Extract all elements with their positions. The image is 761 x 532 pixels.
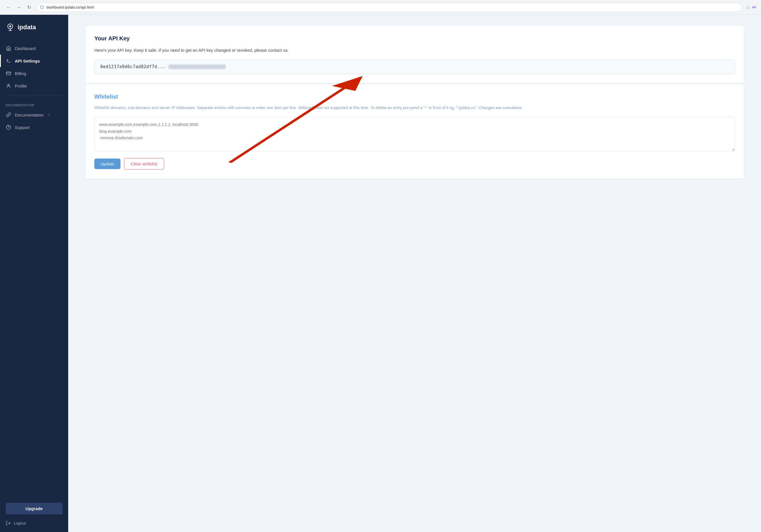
sidebar-item-api-settings[interactable]: API Settings: [0, 55, 68, 67]
clear-whitelist-button[interactable]: Clear whitelist: [124, 158, 164, 170]
browser-nav-buttons: ← → ↻: [5, 3, 33, 11]
bookmark-icon[interactable]: ☆: [745, 4, 750, 11]
url-text: dashboard.ipdata.co/api.html: [46, 5, 738, 9]
security-icon: [40, 5, 44, 9]
logout-label: Logout: [14, 521, 26, 525]
reload-button[interactable]: ↻: [25, 3, 33, 11]
logo-text: ipdata: [18, 24, 36, 31]
whitelist-card: Whitelist Whitelist domains, sub-domains…: [85, 85, 744, 179]
dashboard-label: Dashboard: [15, 46, 35, 51]
whitelist-title: Whitelist: [94, 93, 735, 100]
whitelist-description: Whitelist domains, sub-domains and serve…: [94, 105, 735, 111]
browser-chrome: ← → ↻ dashboard.ipdata.co/api.html ☆ ✏: [0, 0, 761, 15]
address-bar[interactable]: dashboard.ipdata.co/api.html: [36, 3, 742, 12]
api-key-description: Here's your API key. Keep it safe. If yo…: [94, 47, 735, 54]
sidebar-item-documentation[interactable]: Documentation ↗: [0, 109, 68, 121]
logout-item[interactable]: Logout: [6, 519, 63, 527]
api-key-title: Your API Key: [94, 35, 735, 42]
svg-rect-5: [7, 72, 11, 75]
browser-actions: ☆ ✏: [745, 4, 756, 11]
button-row: Update Clear whitelist: [94, 158, 735, 170]
api-key-value: 0ed1217a9d6c7ad82df7d...: [100, 64, 165, 69]
documentation-section-label: DOCUMENTATION: [0, 99, 68, 109]
documentation-icon: [6, 112, 11, 118]
sidebar-bottom: Upgrade Logout: [0, 498, 68, 532]
sidebar-item-billing[interactable]: Billing: [0, 67, 68, 80]
api-key-box: 0ed1217a9d6c7ad82df7d...: [94, 59, 735, 74]
documentation-label: Documentation: [15, 113, 43, 117]
sidebar: ipdata Dashboard: [0, 15, 68, 532]
update-button[interactable]: Update: [94, 158, 121, 169]
back-button[interactable]: ←: [5, 3, 13, 11]
sidebar-divider: [6, 95, 63, 96]
upgrade-button[interactable]: Upgrade: [6, 503, 63, 514]
sidebar-item-support[interactable]: Support: [0, 121, 68, 134]
svg-point-7: [8, 84, 9, 86]
support-label: Support: [15, 125, 30, 130]
profile-icon: [6, 83, 11, 89]
support-icon: [6, 125, 11, 130]
api-key-card: Your API Key Here's your API key. Keep i…: [85, 26, 744, 83]
sidebar-item-dashboard[interactable]: Dashboard: [0, 42, 68, 55]
logout-icon: [6, 521, 11, 526]
logo-icon: [6, 23, 15, 32]
extension-icon[interactable]: ✏: [752, 4, 756, 11]
api-key-blurred-part: [169, 65, 226, 69]
api-settings-label: API Settings: [15, 59, 40, 63]
sidebar-nav: Dashboard API Settings: [0, 40, 68, 498]
main-content: Your API Key Here's your API key. Keep i…: [68, 15, 761, 532]
api-settings-icon: [6, 58, 11, 64]
billing-label: Billing: [15, 71, 26, 76]
whitelist-textarea[interactable]: [94, 117, 735, 151]
sidebar-item-profile[interactable]: Profile: [0, 80, 68, 92]
profile-label: Profile: [15, 84, 27, 89]
external-link-icon: ↗: [47, 113, 50, 117]
forward-button[interactable]: →: [15, 3, 23, 11]
home-icon: [6, 45, 11, 51]
sidebar-logo: ipdata: [0, 15, 68, 40]
billing-icon: [6, 71, 11, 76]
app-wrapper: ipdata Dashboard: [0, 15, 761, 532]
svg-point-1: [9, 26, 11, 27]
